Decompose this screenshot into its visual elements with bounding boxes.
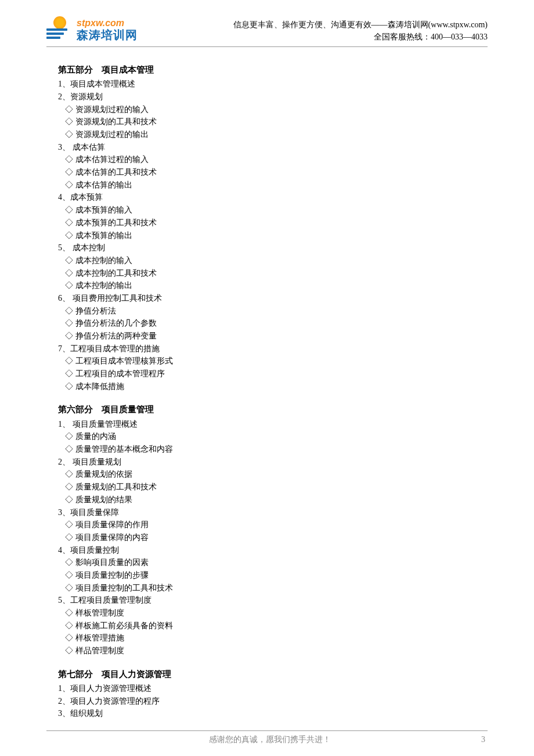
outline-subitem: ◇ 挣值分析法 xyxy=(58,305,488,318)
outline-subitem: ◇ 资源规划过程的输入 xyxy=(58,103,488,116)
outline-item: 1、项目人力资源管理概述 xyxy=(58,682,488,695)
outline-subitem: ◇ 资源规划的工具和技术 xyxy=(58,116,488,128)
logo-text: stpxw.com 森涛培训网 xyxy=(77,19,138,41)
outline-subitem: ◇ 项目质量控制的工具和技术 xyxy=(58,582,488,595)
outline-subitem: ◇ 样板管理制度 xyxy=(58,607,488,620)
outline-subitem: ◇ 成本估算过程的输入 xyxy=(58,153,488,166)
outline-item: 6、 项目费用控制工具和技术 xyxy=(58,292,488,305)
outline-subitem: ◇ 成本预算的输出 xyxy=(58,229,488,242)
outline-subitem: ◇ 样板管理措施 xyxy=(58,632,488,645)
outline-item: 5、工程项目质量管理制度 xyxy=(58,594,488,607)
section: 第五部分 项目成本管理1、项目成本管理概述2、资源规划◇ 资源规划过程的输入◇ … xyxy=(58,63,488,393)
outline-item: 2、资源规划 xyxy=(58,91,488,103)
outline-subitem: ◇ 成本控制的输出 xyxy=(58,279,488,292)
page-header: stpxw.com 森涛培训网 信息更丰富、操作更方便、沟通更有效——森涛培训网… xyxy=(46,16,488,47)
logo-cn: 森涛培训网 xyxy=(77,29,138,41)
outline-subitem: ◇ 成本估算的输出 xyxy=(58,179,488,192)
section-title: 第五部分 项目成本管理 xyxy=(58,63,488,77)
outline-item: 3、组织规划 xyxy=(58,707,488,720)
outline-subitem: ◇ 成本控制的输入 xyxy=(58,254,488,267)
outline-item: 4、项目质量控制 xyxy=(58,544,488,557)
outline-subitem: ◇ 挣值分析法的两种变量 xyxy=(58,330,488,343)
outline-subitem: ◇ 项目质量保障的内容 xyxy=(58,531,488,544)
document-page: stpxw.com 森涛培训网 信息更丰富、操作更方便、沟通更有效——森涛培训网… xyxy=(0,0,534,756)
section: 第七部分 项目人力资源管理1、项目人力资源管理概述2、项目人力资源管理的程序3、… xyxy=(58,668,488,720)
outline-item: 2、项目人力资源管理的程序 xyxy=(58,695,488,708)
logo-icon xyxy=(46,16,73,43)
header-tagline: 信息更丰富、操作更方便、沟通更有效——森涛培训网(www.stpxw.com) xyxy=(233,19,488,31)
section-title: 第七部分 项目人力资源管理 xyxy=(58,668,488,681)
page-number: 3 xyxy=(481,735,488,744)
outline-subitem: ◇ 样品管理制度 xyxy=(58,645,488,657)
section: 第六部分 项目质量管理1、 项目质量管理概述◇ 质量的内涵◇ 质量管理的基本概念… xyxy=(58,403,488,657)
outline-subitem: ◇ 质量规划的结果 xyxy=(58,494,488,506)
outline-subitem: ◇ 质量规划的依据 xyxy=(58,468,488,481)
outline-subitem: ◇ 工程项目的成本管理程序 xyxy=(58,368,488,380)
header-hotline: 全国客服热线：400—033—4033 xyxy=(233,31,488,43)
outline-subitem: ◇ 项目质量保障的作用 xyxy=(58,519,488,531)
outline-subitem: ◇ 成本估算的工具和技术 xyxy=(58,166,488,179)
outline-subitem: ◇ 成本预算的工具和技术 xyxy=(58,217,488,229)
outline-subitem: ◇ 质量管理的基本概念和内容 xyxy=(58,443,488,456)
outline-subitem: ◇ 质量规划的工具和技术 xyxy=(58,481,488,494)
outline-item: 3、项目质量保障 xyxy=(58,506,488,519)
outline-item: 1、 项目质量管理概述 xyxy=(58,418,488,431)
logo-url: stpxw.com xyxy=(77,19,138,28)
outline-subitem: ◇ 质量的内涵 xyxy=(58,430,488,443)
outline-subitem: ◇ 资源规划过程的输出 xyxy=(58,128,488,141)
document-content: 第五部分 项目成本管理1、项目成本管理概述2、资源规划◇ 资源规划过程的输入◇ … xyxy=(46,63,488,720)
logo: stpxw.com 森涛培训网 xyxy=(46,16,138,43)
outline-subitem: ◇ 成本预算的输入 xyxy=(58,204,488,217)
outline-subitem: ◇ 成本控制的工具和技术 xyxy=(58,267,488,280)
outline-item: 5、 成本控制 xyxy=(58,242,488,254)
outline-subitem: ◇ 样板施工前必须具备的资料 xyxy=(58,620,488,632)
header-right: 信息更丰富、操作更方便、沟通更有效——森涛培训网(www.stpxw.com) … xyxy=(233,19,488,43)
outline-item: 7、工程项目成本管理的措施 xyxy=(58,343,488,355)
outline-item: 2、 项目质量规划 xyxy=(58,456,488,469)
outline-subitem: ◇ 项目质量控制的步骤 xyxy=(58,569,488,582)
section-title: 第六部分 项目质量管理 xyxy=(58,403,488,416)
page-footer: 感谢您的真诚，愿我们携手共进！ 3 xyxy=(46,730,488,745)
footer-slogan: 感谢您的真诚，愿我们携手共进！ xyxy=(58,735,481,745)
outline-subitem: ◇ 影响项目质量的因素 xyxy=(58,556,488,569)
outline-subitem: ◇ 工程项目成本管理核算形式 xyxy=(58,355,488,368)
outline-item: 1、项目成本管理概述 xyxy=(58,78,488,91)
outline-item: 3、 成本估算 xyxy=(58,141,488,154)
outline-item: 4、成本预算 xyxy=(58,191,488,204)
outline-subitem: ◇ 成本降低措施 xyxy=(58,380,488,393)
outline-subitem: ◇ 挣值分析法的几个参数 xyxy=(58,317,488,330)
